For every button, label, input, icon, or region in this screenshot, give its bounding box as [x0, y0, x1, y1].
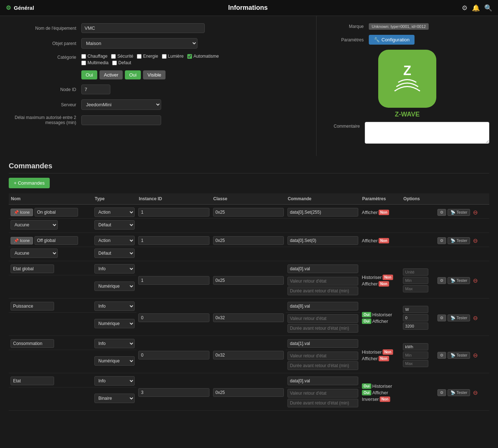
nom-input[interactable]: [81, 23, 205, 33]
row4-classe-input[interactable]: [213, 313, 284, 322]
search-icon[interactable]: 🔍: [484, 4, 492, 12]
row2-actions: ⚙ 📡 Tester ⊖: [436, 233, 489, 247]
row1-type-select[interactable]: Action: [94, 207, 135, 217]
checkbox-chauffage[interactable]: Chauffage: [81, 54, 107, 59]
row4-unite-input[interactable]: [403, 306, 428, 313]
row2-test-btn[interactable]: 📡 Tester: [448, 237, 470, 244]
row6-remove-btn[interactable]: ⊖: [472, 389, 479, 396]
row5-max-input[interactable]: [403, 360, 428, 367]
row3-settings-btn[interactable]: ⚙: [437, 277, 446, 284]
row2-classe-input[interactable]: [213, 236, 284, 245]
row6-sub-binaire[interactable]: Binaire: [94, 394, 135, 403]
row5-type-select[interactable]: Info: [94, 339, 135, 348]
checkbox-energie[interactable]: Energie: [137, 54, 158, 59]
row3-min-input[interactable]: [403, 277, 428, 284]
commentaire-textarea[interactable]: [365, 122, 489, 144]
row4-retour-input[interactable]: [287, 314, 358, 323]
checkbox-automatisme[interactable]: Automatisme: [187, 54, 219, 59]
row4-instance-input[interactable]: [138, 313, 209, 322]
row6-type-select[interactable]: Info: [94, 376, 135, 386]
row1-sub-type-select[interactable]: Défaut: [94, 220, 135, 230]
serveur-select[interactable]: JeedomMini: [81, 99, 161, 110]
row3-remove-btn[interactable]: ⊖: [472, 277, 479, 284]
row4-test-btn[interactable]: 📡 Tester: [448, 315, 470, 321]
row2-instance-input[interactable]: [138, 236, 209, 245]
row2-settings-btn[interactable]: ⚙: [437, 237, 446, 244]
config-btn[interactable]: 🔧 Configuration: [369, 35, 415, 45]
row5-commande-main[interactable]: [287, 339, 358, 348]
oui-visible-btn[interactable]: Oui: [125, 70, 141, 79]
row3-commande-main[interactable]: [287, 264, 358, 273]
row2-remove-btn[interactable]: ⊖: [472, 237, 479, 244]
add-commande-btn[interactable]: + Commandes: [9, 178, 50, 188]
row4-duree-input[interactable]: [287, 324, 358, 333]
row5-remove-btn[interactable]: ⊖: [472, 352, 479, 359]
row5-settings-btn[interactable]: ⚙: [437, 352, 446, 359]
row4-remove-btn[interactable]: ⊖: [472, 315, 479, 321]
row1-test-btn[interactable]: 📡 Tester: [448, 209, 470, 216]
row4-max-input[interactable]: [403, 322, 428, 330]
row4-commande-main[interactable]: [287, 302, 358, 311]
row6-settings-btn[interactable]: ⚙: [437, 389, 446, 396]
brand-area: ⚙ Général: [6, 4, 34, 11]
row4-name-input[interactable]: [11, 302, 54, 311]
row4-min-input[interactable]: [403, 314, 428, 321]
row4-options: [401, 299, 435, 336]
checkbox-lumiere[interactable]: Lumière: [162, 54, 184, 59]
row6-test-btn[interactable]: 📡 Tester: [448, 389, 470, 396]
row5-classe-input[interactable]: [213, 351, 284, 359]
row6-name-input[interactable]: [11, 377, 54, 385]
row3-instance-input[interactable]: [138, 276, 209, 285]
row1-remove-btn[interactable]: ⊖: [472, 209, 479, 216]
row3-test-btn[interactable]: 📡 Tester: [448, 277, 470, 284]
row6-commande-main[interactable]: [287, 377, 358, 385]
parent-select[interactable]: Maison: [81, 38, 197, 49]
row5-min-input[interactable]: [403, 352, 428, 359]
row5-sub-numerique[interactable]: Numérique: [94, 356, 135, 366]
row6-retour-input[interactable]: [287, 389, 358, 398]
row6-duree-input[interactable]: [287, 399, 358, 407]
row1-name-input[interactable]: [34, 208, 78, 217]
row5-instance-input[interactable]: [138, 351, 209, 359]
bell-icon[interactable]: 🔔: [472, 4, 480, 12]
row6-classe-input[interactable]: [213, 388, 284, 397]
row1-instance-input[interactable]: [138, 208, 209, 217]
row1-classe-input[interactable]: [213, 208, 284, 217]
row5-unite-input[interactable]: [403, 343, 428, 350]
row2-sub-type-select[interactable]: Défaut: [94, 248, 135, 258]
row1-sub-aucune[interactable]: Aucune: [11, 220, 58, 230]
row5-duree-input[interactable]: [287, 361, 358, 370]
icone-btn-1[interactable]: 📌 Icone: [11, 209, 33, 216]
activer-btn[interactable]: Activer: [99, 70, 123, 79]
checkbox-defaut[interactable]: Defaut: [112, 60, 131, 65]
row3-type-select[interactable]: Info: [94, 264, 135, 274]
row2-commande-input[interactable]: [287, 236, 358, 245]
checkbox-multimedia[interactable]: Multimedia: [81, 60, 109, 65]
oui-activer-btn[interactable]: Oui: [81, 70, 97, 79]
row4-sub-numerique[interactable]: Numérique: [94, 319, 135, 328]
node-id-input[interactable]: [81, 85, 110, 94]
row3-classe-input[interactable]: [213, 276, 284, 285]
row2-type-select[interactable]: Action: [94, 236, 135, 245]
row5-name-input[interactable]: [11, 339, 54, 348]
row4-settings-btn[interactable]: ⚙: [437, 315, 446, 321]
row3-unite-input[interactable]: [403, 268, 428, 276]
row3-retour-input[interactable]: [287, 277, 358, 285]
row2-name-input[interactable]: [34, 236, 78, 245]
visible-btn[interactable]: Visible: [143, 70, 166, 79]
row3-name-input[interactable]: [11, 264, 54, 273]
row4-type-select[interactable]: Info: [94, 301, 135, 311]
checkbox-securite[interactable]: Sécurité: [111, 54, 133, 59]
row3-max-input[interactable]: [403, 285, 428, 292]
row1-settings-btn[interactable]: ⚙: [437, 209, 446, 216]
row2-sub-aucune[interactable]: Aucune: [11, 248, 58, 258]
icone-btn-2[interactable]: 📌 Icone: [11, 237, 33, 244]
gear-icon[interactable]: ⚙: [462, 4, 468, 12]
row3-duree-input[interactable]: [287, 287, 358, 295]
row1-commande-input[interactable]: [287, 208, 358, 217]
row5-test-btn[interactable]: 📡 Tester: [448, 352, 470, 359]
row5-retour-input[interactable]: [287, 352, 358, 360]
delai-input[interactable]: [81, 115, 161, 125]
row6-instance-input[interactable]: [138, 388, 209, 397]
row3-sub-numerique[interactable]: Numérique: [94, 281, 135, 291]
